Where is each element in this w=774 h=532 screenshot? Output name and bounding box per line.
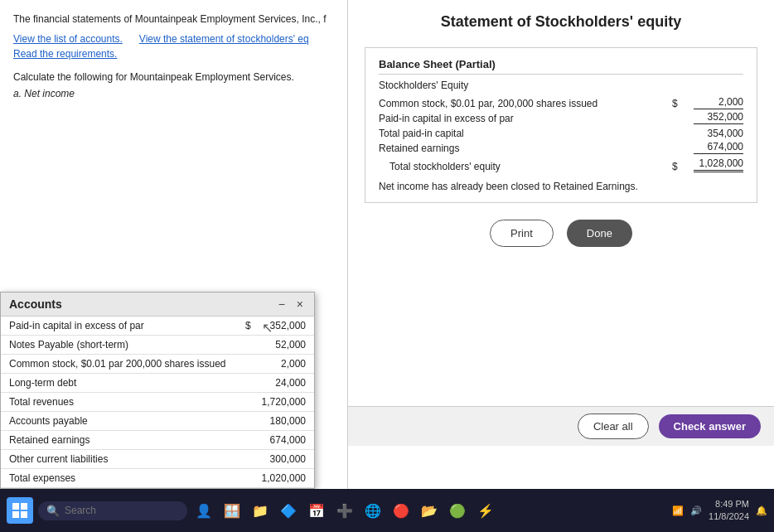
dollar-sign (237, 431, 253, 450)
calculate-text: Calculate the following for Mountainpeak… (13, 71, 334, 83)
table-row: Other current liabilities 300,000 (1, 450, 314, 469)
dollar-sign (237, 355, 253, 374)
taskbar-icon-7[interactable]: 🌐 (361, 499, 385, 522)
accounts-header: Accounts − × (1, 293, 314, 317)
time-display: 8:49 PM (709, 498, 749, 510)
line-total-equity: Total stockholders' equity $ 1,028,000 (379, 157, 743, 172)
line-retained-earnings: Retained earnings 674,000 (379, 141, 743, 154)
account-label: Total expenses (1, 469, 237, 488)
close-button[interactable]: × (294, 297, 306, 311)
table-row: Accounts payable 180,000 (1, 412, 314, 431)
table-row: Retained earnings 674,000 (1, 431, 314, 450)
taskbar-icon-8[interactable]: 🔴 (389, 499, 413, 522)
account-label: Accounts payable (1, 412, 237, 431)
account-amount: 300,000 (253, 450, 314, 469)
table-row: Total expenses 1,020,000 (1, 469, 314, 488)
accounts-title: Accounts (9, 297, 62, 311)
taskbar-icon-2[interactable]: 🪟 (220, 499, 244, 522)
accounts-table: Paid-in capital in excess of par $ 352,0… (1, 317, 314, 488)
svg-rect-0 (12, 503, 19, 510)
taskbar-right: 📶 🔊 8:49 PM 11/8/2024 🔔 (672, 498, 767, 524)
table-row: Long-term debt 24,000 (1, 374, 314, 393)
account-amount: 52,000 (253, 336, 314, 355)
account-label: Total revenues (1, 393, 237, 412)
account-label: Notes Payable (short-term) (1, 336, 237, 355)
taskbar-icon-3[interactable]: 📁 (249, 499, 272, 522)
table-row: Common stock, $0.01 par 200,000 shares i… (1, 355, 314, 374)
print-done-row: Print Done (365, 220, 757, 247)
table-row: Paid-in capital in excess of par $ 352,0… (1, 317, 314, 336)
taskbar-icon-1[interactable]: 👤 (192, 499, 215, 522)
taskbar-icon-9[interactable]: 📂 (418, 499, 441, 522)
balance-sheet-box: Balance Sheet (Partial) Stockholders' Eq… (365, 47, 757, 203)
notification-icon[interactable]: 🔔 (756, 505, 767, 516)
dollar-sign (237, 336, 253, 355)
dollar-sign (237, 374, 253, 393)
search-input[interactable] (65, 505, 172, 516)
taskbar-icon-5[interactable]: 📅 (305, 499, 328, 522)
svg-rect-2 (12, 511, 19, 518)
taskbar-icon-6[interactable]: ➕ (333, 499, 356, 522)
done-button[interactable]: Done (567, 220, 632, 247)
statement-title: Statement of Stockholders' equity (365, 13, 757, 31)
taskbar: 🔍 👤 🪟 📁 🔷 📅 ➕ 🌐 🔴 📂 🟢 ⚡ 📶 🔊 8:49 PM 11/8… (0, 489, 774, 532)
stockholders-equity-label: Stockholders' Equity (379, 80, 743, 91)
account-amount: 352,000 (253, 317, 314, 336)
account-amount: 1,020,000 (253, 469, 314, 488)
dollar-sign (237, 450, 253, 469)
view-statement-link[interactable]: View the statement of stockholders' eq (139, 33, 309, 45)
dollar-sign (237, 412, 253, 431)
account-amount: 180,000 (253, 412, 314, 431)
left-panel: The financial statements of Mountainpeak… (0, 0, 348, 489)
table-row: Notes Payable (short-term) 52,000 (1, 336, 314, 355)
start-button[interactable] (7, 497, 33, 524)
account-label: Paid-in capital in excess of par (1, 317, 237, 336)
net-income-label: a. Net income (13, 88, 334, 99)
line-total-paid-in: Total paid-in capital 354,000 (379, 128, 743, 139)
dollar-sign: $ (237, 317, 253, 336)
dollar-sign (237, 469, 253, 488)
dollar-sign (237, 393, 253, 412)
search-icon: 🔍 (46, 505, 60, 517)
svg-rect-1 (21, 503, 27, 510)
svg-rect-3 (21, 511, 27, 518)
account-label: Retained earnings (1, 431, 237, 450)
taskbar-icon-4[interactable]: 🔷 (277, 499, 300, 522)
print-button[interactable]: Print (490, 220, 554, 247)
account-label: Long-term debt (1, 374, 237, 393)
minimize-button[interactable]: − (276, 297, 288, 311)
line-common-stock: Common stock, $0.01 par, 200,000 shares … (379, 96, 743, 109)
accounts-popup: Accounts − × ↖ Paid-in capital in excess… (0, 292, 315, 489)
description-text: The financial statements of Mountainpeak… (13, 12, 334, 27)
read-requirements-link[interactable]: Read the requirements. (13, 48, 334, 60)
net-income-note: Net income has already been closed to Re… (379, 181, 743, 192)
check-answer-button[interactable]: Check answer (659, 414, 761, 438)
account-amount: 1,720,000 (253, 393, 314, 412)
bottom-action-bar: Clear all Check answer (348, 406, 774, 446)
date-display: 11/8/2024 (709, 510, 749, 523)
volume-icon: 🔊 (690, 505, 702, 516)
taskbar-clock: 8:49 PM 11/8/2024 (709, 498, 749, 524)
line-paid-in-capital: Paid-in capital in excess of par 352,000 (379, 111, 743, 124)
account-amount: 674,000 (253, 431, 314, 450)
account-amount: 24,000 (253, 374, 314, 393)
clear-all-button[interactable]: Clear all (578, 414, 649, 439)
taskbar-icon-11[interactable]: ⚡ (474, 499, 497, 522)
right-panel: Statement of Stockholders' equity Balanc… (348, 0, 774, 489)
account-amount: 2,000 (253, 355, 314, 374)
taskbar-icon-10[interactable]: 🟢 (446, 499, 469, 522)
network-icon: 📶 (672, 505, 684, 516)
balance-sheet-title: Balance Sheet (Partial) (379, 58, 743, 75)
view-accounts-link[interactable]: View the list of accounts. (13, 33, 123, 45)
table-row: Total revenues 1,720,000 (1, 393, 314, 412)
account-label: Common stock, $0.01 par 200,000 shares i… (1, 355, 237, 374)
account-label: Other current liabilities (1, 450, 237, 469)
taskbar-search-box[interactable]: 🔍 (38, 501, 187, 520)
